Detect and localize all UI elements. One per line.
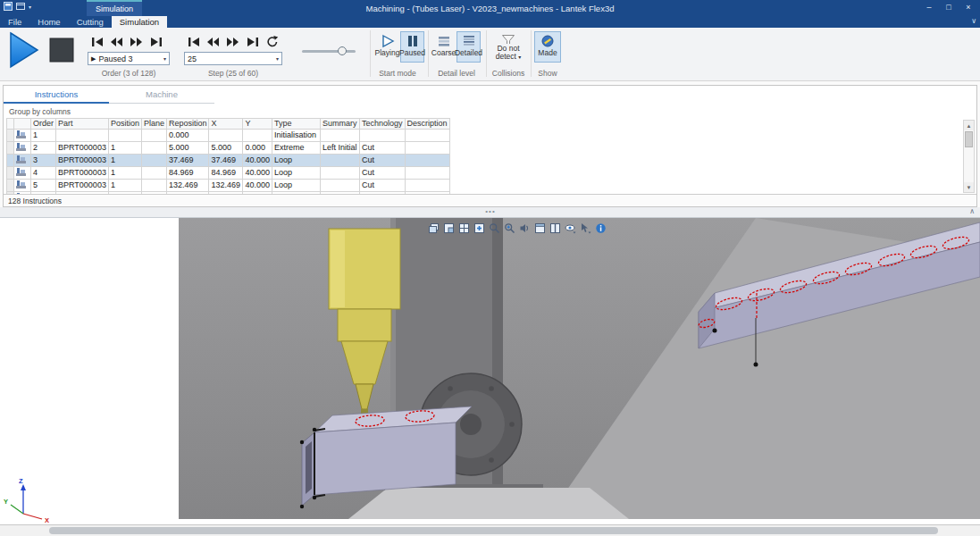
cell: 132.469 [209,180,243,192]
info-icon[interactable] [594,222,607,235]
cell: 84.969 [209,167,243,180]
quick-access-toolbar: ▾ [4,2,31,11]
instruction-row[interactable]: 10.000Initialisation [7,130,450,142]
window-copy-icon[interactable] [442,222,456,235]
cell: BPRT000003 [56,142,109,155]
play-button[interactable] [7,31,41,71]
menu-tab-home[interactable]: Home [29,16,68,28]
loop-icon[interactable] [263,34,281,49]
playing-button[interactable]: Playing [375,31,399,63]
collapse-ribbon-icon[interactable]: ∨ [971,17,976,25]
column-header-x[interactable]: X [209,119,243,130]
minimize-button[interactable]: – [919,0,939,14]
column-header-part[interactable]: Part [56,119,109,130]
instruction-row[interactable]: 2BPRT00000315.0005.0000.000ExtremeLeft I… [7,142,450,155]
step-combo-value: 25 [188,54,197,63]
menu-tab-cutting[interactable]: Cutting [69,16,112,28]
cell: Loop [272,180,321,192]
column-header-technology[interactable]: Technology [360,119,406,130]
column-header-reposition[interactable]: Reposition [166,119,209,130]
cell: 40.000 [243,155,272,167]
window-title: Machining - (Tubes Laser) - V2023_newmac… [179,0,801,16]
maximize-button[interactable]: □ [939,0,959,14]
horizontal-splitter[interactable]: ••• ∧ [0,207,980,218]
cell [141,167,166,180]
coarse-button[interactable]: Coarse [431,31,456,63]
column-header-plane[interactable]: Plane [141,119,166,130]
instruction-icon-cell [14,180,31,192]
coarse-list-icon [437,34,451,48]
application-window: ▾ Simulation Machining - (Tubes Laser) -… [0,0,980,536]
horizontal-scrollbar-thumb[interactable] [49,527,938,534]
cell [209,130,243,142]
scroll-up-icon[interactable]: ▲ [964,121,974,130]
menu-tab-simulation[interactable]: Simulation [112,16,167,28]
qat-dropdown-icon[interactable]: ▾ [29,4,31,10]
slider-thumb[interactable] [338,46,347,55]
tab-machine[interactable]: Machine [109,86,214,104]
order-caption: Order (3 of 128) [79,69,179,78]
collision-detect-button[interactable]: Do not detect ▾ [490,31,526,63]
column-header-summary[interactable]: Summary [321,119,360,130]
cell: Cut [360,155,406,167]
scroll-down-icon[interactable]: ▼ [964,182,974,192]
splitter-grip[interactable]: ••• [481,207,500,215]
contextual-tab-simulation[interactable]: Simulation [87,0,142,16]
app-icon[interactable] [4,2,13,11]
window-new-icon[interactable] [473,222,486,235]
paused-button[interactable]: Paused [400,31,424,63]
cell [321,155,360,167]
chevron-down-icon: ▾ [518,54,521,60]
column-header-position[interactable]: Position [108,119,141,130]
magnifier-plus-icon[interactable] [503,222,516,235]
instruction-row[interactable]: 5BPRT0000031132.469132.46940.000LoopCut [7,180,450,192]
windows-cascade-icon[interactable] [427,222,440,235]
stop-button[interactable] [46,36,77,66]
order-skip-start-icon[interactable] [88,34,106,49]
instruction-row[interactable]: 3BPRT000003137.46937.46940.000LoopCut [7,155,450,167]
cell [405,142,449,155]
scrollbar-thumb[interactable] [965,131,973,147]
window-grid-icon[interactable] [457,222,471,235]
order-skip-end-icon[interactable] [147,34,165,49]
menu-tab-file[interactable]: File [0,16,29,28]
magnifier-icon[interactable] [488,222,501,235]
step-fast-forward-icon[interactable] [223,34,242,49]
column-header-y[interactable]: Y [243,119,272,130]
cell: Initialisation [272,130,321,142]
start-mode-caption: Start mode [368,69,427,78]
speed-slider[interactable] [302,46,356,56]
column-header-type[interactable]: Type [272,119,321,130]
speaker-icon[interactable] [518,222,532,235]
column-header-description[interactable]: Description [405,119,449,130]
group-by-columns-label: Group by columns [9,107,71,116]
step-skip-start-icon[interactable] [184,34,203,49]
step-skip-end-icon[interactable] [243,34,262,49]
detailed-button[interactable]: Detailed [456,31,481,63]
cell [56,130,109,142]
close-button[interactable]: × [959,0,978,14]
order-combo[interactable]: ▶ Paused 3 ▾ [88,52,170,65]
window-icon[interactable] [16,2,25,11]
order-fast-forward-icon[interactable] [127,34,146,49]
axis-x-label: X [45,516,49,524]
cell: 2 [31,142,56,155]
eye-icon[interactable] [564,222,577,235]
cursor-dropdown-icon[interactable] [579,222,592,235]
viewport-3d[interactable]: Z Y X [0,218,980,524]
horizontal-scrollbar[interactable] [0,524,980,536]
cell [405,167,449,180]
instruction-row[interactable]: 4BPRT000003184.96984.96940.000LoopCut [7,167,450,180]
show-made-button[interactable]: Made [534,31,561,63]
step-fast-back-icon[interactable] [204,34,222,49]
order-fast-back-icon[interactable] [107,34,126,49]
split-panels-icon[interactable] [549,222,562,235]
collapse-panel-icon[interactable]: ∧ [969,207,975,215]
funnel-icon [501,34,515,44]
tab-instructions[interactable]: Instructions [4,86,109,104]
window-frame-icon[interactable] [533,222,547,235]
step-combo[interactable]: 25 ▾ [184,52,282,65]
cell: 37.469 [166,155,209,167]
column-header-order[interactable]: Order [31,119,56,130]
panel-scrollbar[interactable]: ▲ ▼ [963,120,975,193]
